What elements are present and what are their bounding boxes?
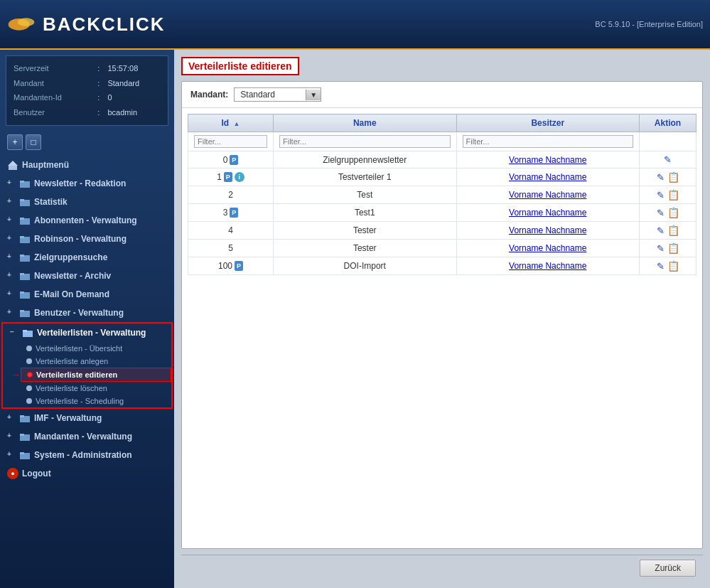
panel-header: Mandant: Standard ▼ <box>182 82 702 108</box>
name-cell: DOI-Import <box>274 257 457 275</box>
sub-item-anlegen[interactable]: Verteilerliste anlegen <box>21 355 171 368</box>
edit-icon[interactable]: ✎ <box>657 225 665 236</box>
folder-icon-4 <box>19 233 31 245</box>
action-cell: ✎📋 <box>640 240 696 257</box>
id-value: 3 <box>223 208 228 218</box>
besitzer-cell[interactable]: Vorname Nachname <box>456 186 640 204</box>
sidebar-item-newsletter-archiv[interactable]: + Newsletter - Archiv <box>0 267 174 285</box>
action-cell: ✎📋 <box>640 222 696 240</box>
logo-area: BACKCLICK <box>7 14 166 36</box>
edit-icon[interactable]: ✎ <box>657 243 665 254</box>
copy-icon[interactable]: 📋 <box>667 260 679 272</box>
folder-icon <box>19 178 31 189</box>
expand-icon-3: + <box>7 215 17 225</box>
copy-icon[interactable]: 📋 <box>667 189 679 201</box>
edit-icon[interactable]: ✎ <box>657 261 665 272</box>
besitzer-cell[interactable]: Vorname Nachname <box>456 257 640 275</box>
expand-all-button[interactable]: + <box>7 134 23 150</box>
mandant-select[interactable]: Standard ▼ <box>234 87 321 102</box>
copy-icon[interactable]: 📋 <box>667 225 679 236</box>
owner-link[interactable]: Vorname Nachname <box>509 225 586 235</box>
folder-icon-3 <box>19 215 31 226</box>
sidebar-item-abonnenten-verwaltung[interactable]: + Abonnenten - Verwaltung <box>0 211 174 230</box>
besitzer-cell[interactable]: Vorname Nachname <box>456 151 640 169</box>
edit-icon[interactable]: ✎ <box>657 208 665 218</box>
copy-icon[interactable]: 📋 <box>667 207 679 218</box>
folder-open-icon <box>22 327 33 338</box>
action-cell: ✎📋 <box>640 257 696 275</box>
bullet-icon-scheduling <box>26 398 32 404</box>
sidebar-item-label-statistik: Statistik <box>34 197 68 207</box>
logout-item[interactable]: ● Logout <box>0 464 174 483</box>
table-container[interactable]: Id ▲ Name Besitzer Aktion <box>182 108 702 548</box>
collapse-all-button[interactable]: □ <box>26 134 41 150</box>
svg-rect-19 <box>20 310 24 312</box>
col-header-id[interactable]: Id ▲ <box>188 114 274 132</box>
main-panel: Mandant: Standard ▼ Id ▲ <box>181 81 703 549</box>
sidebar-item-newsletter-redaktion[interactable]: + Newsletter - Redaktion <box>0 174 174 193</box>
sub-item-uebersicht[interactable]: Verteilerlisten - Übersicht <box>21 342 171 355</box>
besitzer-cell[interactable]: Vorname Nachname <box>456 240 640 257</box>
folder-icon-5 <box>19 252 31 263</box>
content-area: Verteilerliste editieren Mandant: Standa… <box>174 50 710 588</box>
svg-rect-17 <box>20 292 24 294</box>
serverzeit-label: Serverzeit <box>14 62 94 75</box>
sub-item-label-scheduling: Verteilerliste - Scheduling <box>36 397 124 405</box>
filter-id-input[interactable] <box>194 135 267 148</box>
sub-item-scheduling[interactable]: Verteilerliste - Scheduling <box>21 395 171 407</box>
table-row: 4TesterVorname Nachname✎📋 <box>188 222 696 240</box>
sidebar-item-label-hauptmenu: Hauptmenü <box>22 160 69 170</box>
logo-swoosh-icon <box>7 14 43 35</box>
name-cell: Test <box>274 186 457 204</box>
id-value: 1 <box>217 172 222 182</box>
besitzer-cell[interactable]: Vorname Nachname <box>456 169 640 186</box>
expand-icon-2: + <box>7 197 17 207</box>
id-cell: 2 <box>188 186 274 204</box>
mandant-dropdown-button[interactable]: ▼ <box>306 90 321 100</box>
sidebar-item-mandanten-verwaltung[interactable]: + Mandanten - Verwaltung <box>0 427 174 446</box>
expand-icon-9: − <box>10 328 20 338</box>
copy-icon[interactable]: 📋 <box>667 242 679 254</box>
besitzer-cell[interactable]: Vorname Nachname <box>456 204 640 222</box>
owner-link[interactable]: Vorname Nachname <box>509 208 586 218</box>
zuruck-button[interactable]: Zurück <box>640 560 696 577</box>
sidebar-item-zielgruppensuche[interactable]: + Zielgruppensuche <box>0 248 174 267</box>
main-layout: Serverzeit : 15:57:08 Mandant : Standard… <box>0 50 710 588</box>
sub-item-editieren[interactable]: Verteilerliste editieren <box>21 368 171 382</box>
serverzeit-value: 15:57:08 <box>107 62 161 75</box>
sidebar-item-statistik[interactable]: + Statistik <box>0 193 174 211</box>
sidebar-item-robinson-verwaltung[interactable]: + Robinson - Verwaltung <box>0 230 174 248</box>
sidebar-item-hauptmenu[interactable]: Hauptmenü <box>0 156 174 174</box>
edit-icon[interactable]: ✎ <box>664 154 672 165</box>
id-cell: 4 <box>188 222 274 240</box>
owner-link[interactable]: Vorname Nachname <box>509 261 586 271</box>
owner-link[interactable]: Vorname Nachname <box>509 172 586 182</box>
sidebar-item-benutzer-verwaltung[interactable]: + Benutzer - Verwaltung <box>0 304 174 322</box>
folder-icon-8 <box>19 307 31 319</box>
folder-icon-11 <box>19 431 31 442</box>
expand-icon-7: + <box>7 289 17 299</box>
id-value: 100 <box>218 261 232 271</box>
edit-icon[interactable]: ✎ <box>657 190 665 201</box>
home-icon <box>7 159 18 171</box>
edit-icon[interactable]: ✎ <box>657 172 665 183</box>
svg-rect-7 <box>20 199 24 201</box>
sidebar-item-system-administration[interactable]: + System - Administration <box>0 446 174 464</box>
besitzer-cell[interactable]: Vorname Nachname <box>456 222 640 240</box>
sidebar-item-imf-verwaltung[interactable]: + IMF - Verwaltung <box>0 409 174 427</box>
sidebar-item-verteilerlisten-verwaltung[interactable]: − Verteilerlisten - Verwaltung <box>3 324 171 342</box>
filter-name-input[interactable] <box>279 135 451 148</box>
sidebar-item-verteilerlisten-group: − Verteilerlisten - Verwaltung Verteiler… <box>1 322 173 409</box>
owner-link[interactable]: Vorname Nachname <box>509 243 586 253</box>
app-version: BC 5.9.10 - [Enterprise Edition] <box>595 20 703 28</box>
copy-icon[interactable]: 📋 <box>667 171 679 183</box>
svg-rect-11 <box>20 236 24 238</box>
owner-link[interactable]: Vorname Nachname <box>509 155 586 165</box>
filter-besitzer-input[interactable] <box>463 135 634 148</box>
sidebar-item-email-on-demand[interactable]: + E-Mail On Demand <box>0 285 174 304</box>
folder-icon-6 <box>19 270 31 282</box>
folder-icon-10 <box>19 412 31 424</box>
logout-label: Logout <box>22 469 51 479</box>
owner-link[interactable]: Vorname Nachname <box>509 190 586 200</box>
sub-item-loeschen[interactable]: Verteilerliste löschen <box>21 382 171 395</box>
